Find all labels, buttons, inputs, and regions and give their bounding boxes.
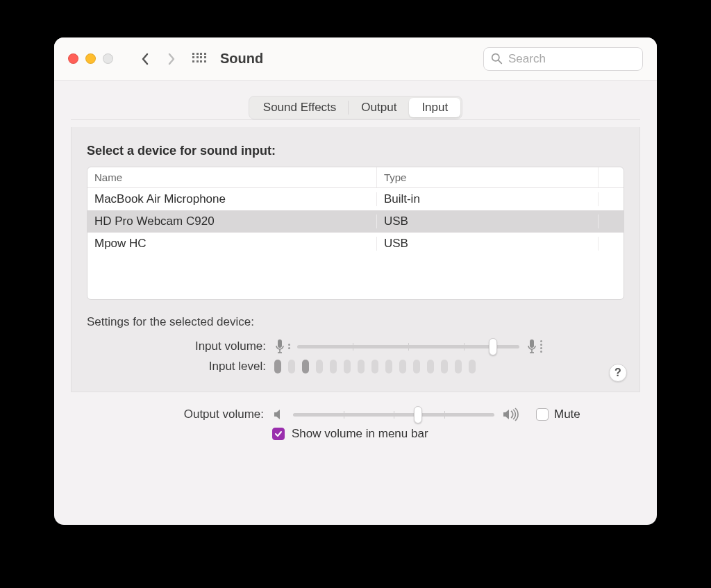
- show-volume-label: Show volume in menu bar: [292, 427, 428, 441]
- table-row[interactable]: HD Pro Webcam C920 USB: [87, 210, 624, 233]
- close-window-button[interactable]: [68, 53, 78, 64]
- level-segment: [274, 360, 281, 373]
- slider-thumb[interactable]: [414, 406, 422, 423]
- level-segment: [441, 360, 448, 373]
- level-segment: [302, 360, 309, 373]
- table-row[interactable]: Mpow HC USB: [87, 233, 624, 255]
- svg-line-1: [499, 60, 501, 63]
- level-segment: [385, 360, 392, 373]
- device-name: HD Pro Webcam C920: [87, 215, 377, 228]
- input-volume-row: Input volume:: [87, 339, 624, 354]
- tab-sound-effects[interactable]: Sound Effects: [251, 98, 349, 117]
- level-segment: [413, 360, 420, 373]
- minimize-window-button[interactable]: [85, 53, 96, 64]
- svg-rect-2: [278, 339, 282, 348]
- output-volume-row: Output volume: Mute: [71, 408, 640, 421]
- help-button[interactable]: ?: [609, 364, 627, 382]
- device-type: Built-in: [377, 192, 599, 206]
- tab-output[interactable]: Output: [349, 98, 409, 117]
- window-controls: [68, 53, 113, 64]
- input-level-label: Input level:: [87, 360, 274, 373]
- table-row[interactable]: MacBook Air Microphone Built-in: [87, 188, 624, 210]
- tab-bar: Sound Effects Output Input: [249, 96, 462, 119]
- slider-thumb[interactable]: [489, 338, 497, 355]
- svg-rect-5: [530, 339, 534, 348]
- zoom-window-button[interactable]: [103, 53, 113, 64]
- device-type: USB: [377, 215, 599, 228]
- nav-back-button[interactable]: [135, 49, 155, 69]
- preferences-window: Sound Sound Effects Output Input Select …: [54, 37, 657, 525]
- show-all-icon[interactable]: [192, 53, 205, 65]
- input-volume-label: Input volume:: [87, 339, 274, 353]
- footer: Output volume: Mute: [54, 392, 657, 446]
- level-segment: [358, 360, 365, 373]
- column-header-name[interactable]: Name: [87, 167, 377, 187]
- level-segment: [427, 360, 434, 373]
- show-volume-checkbox[interactable]: [272, 428, 285, 440]
- input-volume-slider[interactable]: [297, 345, 519, 348]
- level-segment: [316, 360, 323, 373]
- titlebar: Sound: [54, 37, 657, 81]
- output-volume-slider[interactable]: [293, 413, 494, 417]
- input-panel: Select a device for sound input: Name Ty…: [71, 127, 640, 392]
- table-header: Name Type: [87, 167, 624, 188]
- output-volume-label: Output volume:: [71, 408, 272, 421]
- level-segment: [399, 360, 406, 373]
- tab-input[interactable]: Input: [409, 98, 460, 117]
- input-level-meter: [274, 360, 531, 373]
- mute-checkbox[interactable]: [536, 408, 549, 421]
- speaker-mute-icon: [272, 408, 286, 421]
- level-segment: [344, 360, 351, 373]
- table-body: MacBook Air Microphone Built-in HD Pro W…: [87, 188, 624, 299]
- device-name: Mpow HC: [87, 237, 377, 251]
- level-segment: [469, 360, 476, 373]
- window-title: Sound: [220, 51, 263, 67]
- microphone-high-icon: [526, 339, 542, 354]
- device-type: USB: [377, 237, 599, 251]
- level-segment: [330, 360, 337, 373]
- device-list-title: Select a device for sound input:: [87, 144, 624, 158]
- show-volume-row: Show volume in menu bar: [71, 427, 640, 441]
- search-input[interactable]: [508, 52, 635, 66]
- level-segment: [371, 360, 378, 373]
- search-icon: [491, 53, 503, 65]
- mute-label: Mute: [554, 408, 580, 421]
- settings-title: Settings for the selected device:: [87, 315, 624, 329]
- column-header-type[interactable]: Type: [377, 167, 599, 187]
- microphone-low-icon: [274, 339, 290, 354]
- level-segment: [288, 360, 295, 373]
- speaker-loud-icon: [501, 408, 519, 421]
- svg-point-0: [492, 54, 499, 61]
- input-level-row: Input level:: [87, 360, 624, 373]
- search-field[interactable]: [483, 47, 643, 71]
- level-segment: [455, 360, 462, 373]
- device-name: MacBook Air Microphone: [87, 192, 377, 206]
- content-area: Sound Effects Output Input Select a devi…: [54, 81, 657, 525]
- device-table: Name Type MacBook Air Microphone Built-i…: [87, 167, 624, 300]
- nav-forward-button[interactable]: [162, 49, 181, 69]
